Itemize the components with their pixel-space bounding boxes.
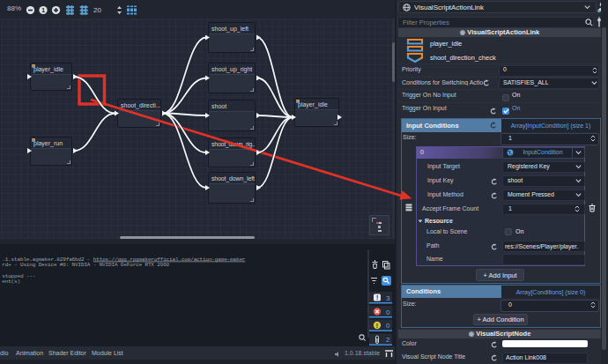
svg-text:0: 0 <box>386 308 390 316</box>
svg-text:!: ! <box>376 323 378 329</box>
svg-text:1: 1 <box>41 6 45 14</box>
svg-text:3: 3 <box>386 294 390 302</box>
svg-text:20: 20 <box>93 6 101 14</box>
svg-text:!: ! <box>376 294 378 301</box>
svg-text:0: 0 <box>386 322 390 330</box>
svg-text:2: 2 <box>386 336 390 344</box>
